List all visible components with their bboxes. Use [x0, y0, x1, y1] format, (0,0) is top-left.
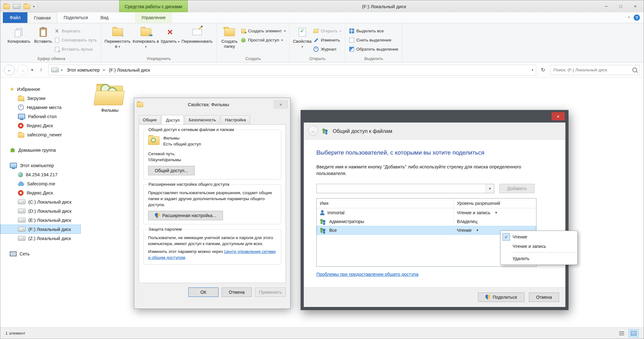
sidebar-item-drive-f[interactable]: (F:) Локальный диск: [0, 225, 81, 234]
tab-general[interactable]: Общие: [139, 115, 161, 125]
qat-separator: [38, 4, 38, 9]
open-button[interactable]: Открыть ▾: [312, 27, 342, 35]
cut-icon: [54, 29, 59, 34]
move-to-button[interactable]: → Переместить в ▾: [103, 25, 132, 55]
sidebar-item-recent-places[interactable]: Недавние места: [0, 103, 81, 112]
wizard-back-button[interactable]: ←: [308, 126, 318, 136]
properties-tab-page: Общий доступ к сетевым файлам и папкам Ф…: [139, 124, 286, 283]
sidebar-item-safecomp-newer[interactable]: safecomp_newer: [0, 130, 81, 139]
select-all-icon: [349, 29, 354, 33]
tab-home[interactable]: Главная: [27, 12, 57, 23]
easy-access-button[interactable]: Простой доступ ▾: [240, 36, 287, 44]
new-item-button[interactable]: Создать элемент ▾: [240, 27, 287, 35]
column-header-level[interactable]: Уровень разрешений: [454, 199, 536, 208]
combobox-dropdown-icon[interactable]: ▼: [486, 184, 494, 193]
level-dropdown-icon[interactable]: ▼: [476, 229, 479, 232]
properties-close-button[interactable]: ×: [274, 100, 288, 108]
cut-button[interactable]: Вырезать: [53, 27, 98, 35]
sidebar-item-drive-z[interactable]: (Z:) Локальный диск: [0, 234, 81, 243]
breadcrumb-current-drive[interactable]: (F:) Локальный диск: [108, 67, 151, 73]
menu-item-read[interactable]: ✓ Чтение: [501, 232, 577, 242]
thumbnails-view-button[interactable]: [629, 329, 639, 337]
share-access-button[interactable]: Общий доступ...: [148, 166, 195, 175]
yandex-disk-icon: [18, 123, 24, 128]
breadcrumb-this-pc[interactable]: Этот компьютер: [65, 67, 101, 73]
menu-item-remove[interactable]: Удалить: [501, 254, 577, 263]
permission-row-administrators[interactable]: Администраторы Владелец: [317, 217, 536, 226]
sharing-dialog-frame-top[interactable]: ×: [304, 110, 565, 123]
tab-customize[interactable]: Настройка: [221, 115, 250, 125]
add-user-button[interactable]: Добавить: [499, 184, 535, 193]
sidebar-item-drive-e[interactable]: (E:) Локальный диск: [0, 216, 81, 225]
qat-drive-icon[interactable]: [13, 4, 20, 9]
copy-to-button[interactable]: ⇒ Копировать в ▾: [132, 25, 160, 55]
address-history-dropdown-icon[interactable]: ▾: [532, 68, 533, 72]
sidebar-item-downloads[interactable]: ↓Загрузки: [0, 94, 81, 103]
sidebar-item-yandex-disk-2[interactable]: Яндекс.Диск: [0, 188, 81, 197]
level-dropdown-icon[interactable]: ▼: [495, 211, 497, 214]
user-combobox-input[interactable]: [317, 184, 490, 193]
tab-share[interactable]: Поделиться: [57, 12, 94, 23]
apply-button[interactable]: Применить: [255, 287, 286, 297]
properties-button[interactable]: Свойства ▾: [292, 25, 312, 55]
details-view-button[interactable]: [617, 329, 627, 337]
back-button[interactable]: ←: [4, 65, 15, 75]
properties-dialog-titlebar[interactable]: Свойства: Фильмы ×: [134, 98, 290, 111]
invert-selection-button[interactable]: Обратить выделение: [348, 45, 399, 53]
details-view-icon: [619, 331, 624, 335]
maximize-button[interactable]: □: [613, 2, 628, 11]
rename-button[interactable]: Переименовать: [180, 25, 214, 55]
title-bar[interactable]: ▾ Средства работы с дисками (F:) Локальн…: [0, 0, 644, 12]
breadcrumb[interactable]: ▸ Этот компьютер ▸ (F:) Локальный диск ▾: [48, 65, 536, 75]
select-none-button[interactable]: Снять выделение: [348, 36, 399, 44]
history-button[interactable]: Журнал: [312, 45, 342, 53]
delete-button[interactable]: × Удалить ▾: [160, 25, 180, 55]
share-button[interactable]: Поделиться: [478, 293, 525, 302]
cancel-button[interactable]: Отмена: [222, 287, 252, 297]
qat-folder-icon[interactable]: [24, 4, 30, 9]
new-folder-button[interactable]: ★ Создать папку: [219, 25, 240, 55]
sharing-cancel-button[interactable]: Отмена: [529, 293, 559, 302]
sidebar-item-favorites[interactable]: ★Избранное: [0, 85, 81, 94]
copy-path-button[interactable]: Скопировать путь: [53, 36, 98, 44]
sidebar-item-safecomp-me[interactable]: Safecomp.me: [0, 179, 81, 188]
advanced-sharing-button[interactable]: Расширенная настройка...: [148, 211, 223, 220]
close-button[interactable]: ×: [628, 2, 642, 11]
help-icon[interactable]: ?: [634, 14, 640, 21]
ribbon-collapse-icon[interactable]: ^: [628, 15, 630, 20]
edit-button[interactable]: Изменить: [312, 36, 342, 44]
tab-file[interactable]: Файл: [3, 12, 27, 23]
sharing-problems-link[interactable]: Проблемы при предоставлении общего досту…: [316, 272, 418, 277]
menu-item-read-write[interactable]: Чтение и запись: [501, 242, 577, 251]
tab-manage[interactable]: Управление: [135, 12, 172, 23]
contextual-tab-header[interactable]: Средства работы с дисками: [119, 0, 188, 12]
sidebar-item-network[interactable]: Сеть: [0, 249, 81, 258]
recent-pages-dropdown-icon[interactable]: ▾: [31, 68, 34, 72]
sidebar-item-yandex-disk[interactable]: Яндекс.Диск: [0, 121, 81, 130]
permission-row-immortal[interactable]: Immortal Чтение и запись▼: [317, 208, 536, 217]
minimize-button[interactable]: ─: [599, 2, 613, 11]
select-all-button[interactable]: Выделить все: [348, 27, 399, 35]
sidebar-item-desktop[interactable]: Рабочий стол: [0, 112, 81, 121]
sidebar-item-drive-d[interactable]: (D:) Локальный диск: [0, 206, 81, 216]
sharing-close-button[interactable]: ×: [552, 112, 565, 120]
up-button[interactable]: ↑: [36, 65, 46, 75]
paste-button[interactable]: Вставить: [33, 25, 53, 55]
forward-button[interactable]: →: [17, 65, 28, 75]
sidebar-item-ip-address[interactable]: 84.254.194.217: [0, 170, 81, 179]
tab-sharing[interactable]: Доступ: [162, 115, 184, 124]
folder-item-films[interactable]: Фильмы: [89, 83, 130, 113]
paste-shortcut-button[interactable]: Вставить ярлык: [53, 45, 98, 53]
refresh-button[interactable]: ↻: [539, 65, 547, 75]
column-header-name[interactable]: Имя: [317, 199, 454, 208]
sidebar-item-homegroup[interactable]: Домашняя группа: [0, 145, 81, 155]
tab-security[interactable]: Безопасность: [185, 115, 220, 125]
tab-view[interactable]: Вид: [94, 12, 115, 23]
permission-level-menu: ✓ Чтение Чтение и запись Удалить: [500, 231, 578, 265]
sidebar-item-this-pc[interactable]: Этот компьютер: [0, 161, 81, 170]
qat-dropdown-icon[interactable]: ▾: [33, 5, 35, 8]
search-input[interactable]: [553, 67, 630, 73]
sidebar-item-drive-c[interactable]: (C:) Локальный диск: [0, 197, 81, 206]
copy-button[interactable]: Копировать: [5, 25, 33, 55]
ok-button[interactable]: ОК: [188, 287, 219, 297]
